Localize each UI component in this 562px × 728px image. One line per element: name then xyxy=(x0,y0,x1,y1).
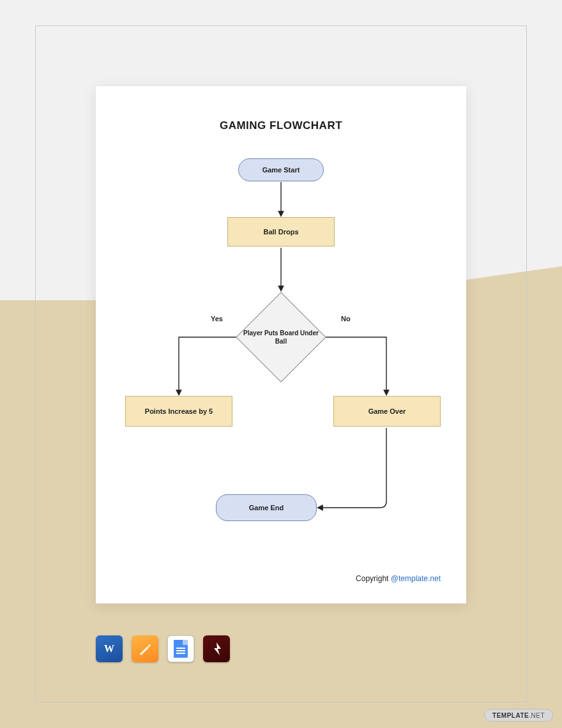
node-ball-drops: Ball Drops xyxy=(227,217,335,246)
flowchart-canvas: Game Start Ball Drops Player Puts Board … xyxy=(96,147,466,562)
edge-label-no: No xyxy=(341,315,351,322)
node-game-end: Game End xyxy=(216,494,317,521)
node-decision: Player Puts Board Under Ball xyxy=(236,292,326,382)
edge-label-yes: Yes xyxy=(211,315,223,322)
watermark-suffix: .NET xyxy=(529,712,545,719)
document-page: GAMING FLOWCHART Game Start B xyxy=(96,86,466,603)
word-icon[interactable]: W xyxy=(96,635,123,662)
watermark-brand: TEMPLATE xyxy=(492,712,529,719)
copyright-link[interactable]: @template.net xyxy=(391,574,441,583)
pages-icon[interactable] xyxy=(132,635,158,662)
google-docs-icon[interactable] xyxy=(167,635,194,662)
node-label: Game End xyxy=(249,503,284,512)
node-game-over: Game Over xyxy=(333,396,441,427)
node-label: Game Start xyxy=(262,165,300,174)
edge-decision-no xyxy=(326,337,386,395)
node-game-start: Game Start xyxy=(238,158,324,181)
node-label: Game Over xyxy=(368,407,406,416)
pdf-icon[interactable] xyxy=(203,635,230,662)
copyright-line: Copyright @template.net xyxy=(356,574,441,583)
edge-over-to-end xyxy=(318,428,386,508)
format-icon-row: W xyxy=(96,635,230,662)
watermark-badge: TEMPLATE.NET xyxy=(484,709,553,722)
node-points-increase: Points Increase by 5 xyxy=(125,396,232,427)
node-label: Ball Drops xyxy=(263,227,298,236)
node-label: Player Puts Board Under Ball xyxy=(239,329,323,345)
node-label: Points Increase by 5 xyxy=(145,407,213,416)
copyright-prefix: Copyright xyxy=(356,574,391,583)
page-title: GAMING FLOWCHART xyxy=(96,119,466,132)
edge-decision-yes xyxy=(179,337,236,395)
